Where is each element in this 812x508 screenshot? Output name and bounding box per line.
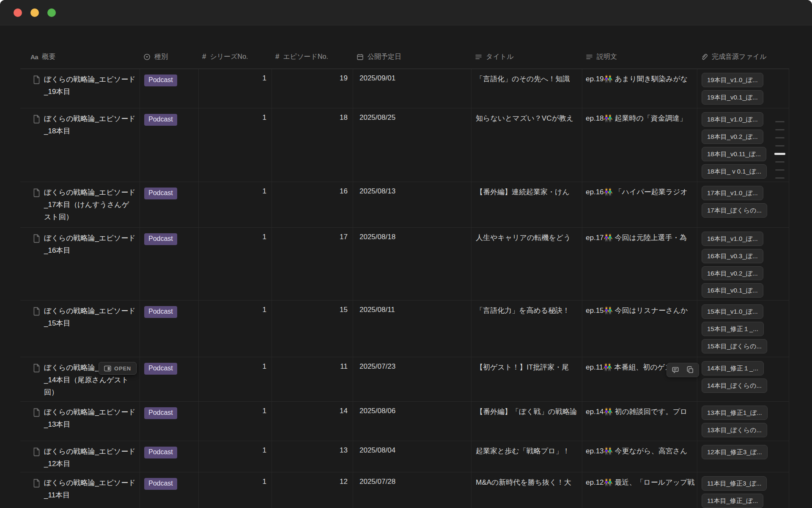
audio-files-cell[interactable]: 13本目_修正1_ぼ... 13本目_ぼくらの...: [697, 402, 789, 441]
publish-date-cell[interactable]: 2025/07/23: [353, 357, 472, 401]
title-cell[interactable]: 【初ゲスト！】IT批評家・尾: [472, 357, 582, 401]
file-chip[interactable]: 15本目_ぼくらの...: [702, 339, 767, 353]
comment-icon[interactable]: [669, 364, 682, 375]
file-chip[interactable]: 17本目_ぼくらの...: [702, 203, 767, 218]
page-name-cell[interactable]: ぼくらの戦略論_エピソード_16本目: [20, 228, 140, 300]
page-name-cell[interactable]: ぼくらの戦略論_エピソード_19本目: [20, 69, 140, 108]
type-cell[interactable]: Podcast: [140, 69, 199, 108]
column-header-episode-no[interactable]: # エピソードNo.: [272, 47, 353, 69]
page-name-cell[interactable]: ぼくらの戦略論_エピソード_12本目: [20, 441, 140, 472]
publish-date-cell[interactable]: 2025/09/01: [353, 69, 472, 108]
publish-date-cell[interactable]: 2025/08/06: [353, 402, 472, 441]
column-header-series-no[interactable]: # シリーズNo.: [199, 47, 272, 69]
file-chip[interactable]: 18本目_v0.2_ぼ...: [702, 130, 763, 144]
episode-no-cell[interactable]: 11: [272, 357, 353, 401]
title-cell[interactable]: 起業家と歩む「戦略プロ」！: [472, 441, 582, 472]
description-cell[interactable]: ep.12👫 最近、「ロールアップ戦: [582, 472, 697, 508]
page-name-cell[interactable]: ぼくらの戦略論_エピソード_18本目: [20, 108, 140, 182]
column-header-title[interactable]: タイトル: [472, 47, 582, 69]
episode-no-cell[interactable]: 13: [272, 441, 353, 472]
type-cell[interactable]: Podcast: [140, 301, 199, 357]
file-chip[interactable]: 16本目_v0.3_ぼ...: [702, 249, 763, 263]
type-cell[interactable]: Podcast: [140, 182, 199, 227]
type-cell[interactable]: Podcast: [140, 108, 199, 182]
series-no-cell[interactable]: 1: [199, 402, 272, 441]
file-chip[interactable]: 19本目_v0.1_ぼ...: [702, 90, 763, 105]
duplicate-icon[interactable]: [683, 364, 697, 375]
publish-date-cell[interactable]: 2025/08/11: [353, 301, 472, 357]
file-chip[interactable]: 18本目_ v 0.1_ぼ...: [702, 164, 767, 179]
episode-no-cell[interactable]: 17: [272, 228, 353, 300]
column-header-name[interactable]: Aa 概要: [20, 47, 140, 69]
episode-no-cell[interactable]: 12: [272, 472, 353, 508]
publish-date-cell[interactable]: 2025/08/18: [353, 228, 472, 300]
audio-files-cell[interactable]: 15本目_v1.0_ぼ... 15本目_修正１_... 15本目_ぼくらの...: [697, 301, 789, 357]
page-name-cell[interactable]: ぼくらの戦略論_エピソード_17本目（けんすうさんゲスト回）: [20, 182, 140, 227]
audio-files-cell[interactable]: 17本目_v1.0_ぼ... 17本目_ぼくらの...: [697, 182, 789, 227]
zoom-window-button[interactable]: [47, 8, 56, 17]
type-cell[interactable]: Podcast: [140, 357, 199, 401]
description-cell[interactable]: ep.14👫 初の雑談回です。プロ: [582, 402, 697, 441]
column-header-audio-file[interactable]: 完成音源ファイル: [697, 47, 789, 69]
episode-no-cell[interactable]: 18: [272, 108, 353, 182]
file-chip[interactable]: 16本目_v0.2_ぼ...: [702, 266, 763, 281]
column-header-type[interactable]: 種別: [140, 47, 199, 69]
page-name-cell[interactable]: ぼくらの戦略論_エピソード_11本目: [20, 472, 140, 508]
type-cell[interactable]: Podcast: [140, 472, 199, 508]
file-chip[interactable]: 16本目_v1.0_ぼ...: [702, 232, 763, 246]
file-chip[interactable]: 16本目_v0.1_ぼ...: [702, 283, 763, 298]
page-name-cell[interactable]: ぼくらの戦略論_エピソード_15本目: [20, 301, 140, 357]
audio-files-cell[interactable]: 11本目_修正3_ぼ... 11本目_修正_ぼ...: [697, 472, 789, 508]
title-cell[interactable]: 「言語化」のその先へ！知識: [472, 69, 582, 108]
description-cell[interactable]: ep.16👫 「ハイパー起業ラジオ: [582, 182, 697, 227]
file-chip[interactable]: 11本目_修正_ぼ...: [702, 494, 763, 508]
description-cell[interactable]: ep.15👫 今回はリスナーさんか: [582, 301, 697, 357]
file-chip[interactable]: 18本目_v1.0_ぼ...: [702, 112, 763, 127]
file-chip[interactable]: 14本目_修正１_...: [702, 361, 764, 375]
series-no-cell[interactable]: 1: [199, 441, 272, 472]
file-chip[interactable]: 18本目_v0.11_ぼ...: [702, 147, 766, 161]
column-header-publish-date[interactable]: 公開予定日: [353, 47, 472, 69]
close-window-button[interactable]: [14, 8, 22, 17]
scroll-tick-active[interactable]: [774, 153, 785, 155]
series-no-cell[interactable]: 1: [199, 69, 272, 108]
scrollbar-ticks[interactable]: [775, 121, 785, 179]
title-cell[interactable]: 【番外編】「ぼく戦」の戦略論: [472, 402, 582, 441]
description-cell[interactable]: ep.17👫 今回は元陸上選手・為: [582, 228, 697, 300]
file-chip[interactable]: 11本目_修正3_ぼ...: [702, 476, 767, 491]
episode-no-cell[interactable]: 14: [272, 402, 353, 441]
file-chip[interactable]: 13本目_修正1_ぼ...: [702, 406, 768, 420]
type-cell[interactable]: Podcast: [140, 402, 199, 441]
audio-files-cell[interactable]: 12本目_修正3_ぼ...: [697, 441, 789, 472]
file-chip[interactable]: 13本目_ぼくらの...: [702, 423, 767, 437]
minimize-window-button[interactable]: [30, 8, 39, 17]
type-cell[interactable]: Podcast: [140, 441, 199, 472]
description-cell[interactable]: ep.19👫 あまり聞き馴染みがな: [582, 69, 697, 108]
title-cell[interactable]: 「言語化力」を高める秘訣！: [472, 301, 582, 357]
series-no-cell[interactable]: 1: [199, 357, 272, 401]
type-cell[interactable]: Podcast: [140, 228, 199, 300]
title-cell[interactable]: 知らないとマズい？VCが教え: [472, 108, 582, 182]
publish-date-cell[interactable]: 2025/08/13: [353, 182, 472, 227]
description-cell[interactable]: ep.13👫 今更ながら、高宮さん: [582, 441, 697, 472]
page-name-cell[interactable]: ぼくらの戦略論_エピソード_13本目: [20, 402, 140, 441]
audio-files-cell[interactable]: 14本目_修正１_... 14本目_ぼくらの...: [697, 357, 789, 401]
title-cell[interactable]: M&Aの新時代を勝ち抜く！大: [472, 472, 582, 508]
series-no-cell[interactable]: 1: [199, 472, 272, 508]
audio-files-cell[interactable]: 16本目_v1.0_ぼ... 16本目_v0.3_ぼ... 16本目_v0.2_…: [697, 228, 789, 300]
series-no-cell[interactable]: 1: [199, 108, 272, 182]
title-cell[interactable]: 人生やキャリアの転機をどう: [472, 228, 582, 300]
column-header-description[interactable]: 説明文: [582, 47, 697, 69]
open-page-button[interactable]: OPEN: [99, 362, 137, 375]
audio-files-cell[interactable]: 19本目_v1.0_ぼ... 19本目_v0.1_ぼ...: [697, 69, 789, 108]
file-chip[interactable]: 15本目_v1.0_ぼ...: [702, 304, 763, 319]
file-chip[interactable]: 14本目_ぼくらの...: [702, 378, 767, 393]
series-no-cell[interactable]: 1: [199, 228, 272, 300]
publish-date-cell[interactable]: 2025/08/25: [353, 108, 472, 182]
episode-no-cell[interactable]: 19: [272, 69, 353, 108]
series-no-cell[interactable]: 1: [199, 182, 272, 227]
file-chip[interactable]: 17本目_v1.0_ぼ...: [702, 186, 763, 200]
description-cell[interactable]: ep.18👫 起業時の「資金調達」: [582, 108, 697, 182]
publish-date-cell[interactable]: 2025/08/04: [353, 441, 472, 472]
title-cell[interactable]: 【番外編】連続起業家・けん: [472, 182, 582, 227]
